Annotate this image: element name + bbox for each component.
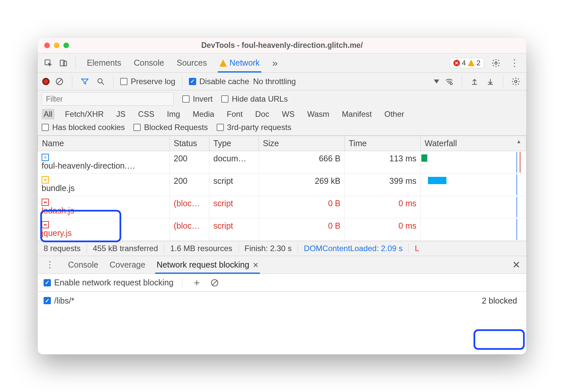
divider (503, 76, 503, 87)
throttling-value: No throttling (253, 77, 296, 86)
file-type-icon: ⇔ (42, 221, 49, 228)
blocked-requests-checkbox[interactable]: Blocked Requests (133, 123, 208, 132)
disable-cache-label: Disable cache (199, 77, 249, 86)
tab-console[interactable]: Console (134, 53, 164, 72)
request-size: 0 B (259, 196, 345, 218)
request-time: 0 ms (345, 196, 421, 218)
request-status: 200 (170, 151, 209, 174)
request-name[interactable]: ≡foul-heavenly-direction.… (38, 151, 170, 174)
svg-line-7 (102, 82, 104, 85)
clear-icon[interactable] (53, 76, 65, 87)
type-chip-ws[interactable]: WS (280, 109, 297, 119)
type-chip-fetch-xhr[interactable]: Fetch/XHR (63, 109, 106, 119)
has-blocked-cookies-checkbox[interactable]: Has blocked cookies (42, 123, 125, 132)
request-waterfall (421, 196, 526, 218)
filter-icon[interactable] (79, 76, 91, 87)
disable-cache-checkbox[interactable]: Disable cache (189, 77, 249, 86)
type-chip-font[interactable]: Font (225, 109, 245, 119)
type-chip-all[interactable]: All (42, 109, 54, 119)
drawer-close-icon[interactable]: ✕ (512, 259, 520, 271)
request-type: docum… (209, 151, 259, 174)
col-waterfall[interactable]: Waterfall (421, 136, 526, 151)
type-chip-doc[interactable]: Doc (253, 109, 271, 119)
svg-line-5 (57, 79, 62, 83)
network-conditions-icon[interactable] (443, 76, 455, 87)
titlebar: DevTools - foul-heavenly-direction.glitc… (38, 38, 526, 53)
remove-all-patterns-icon[interactable] (209, 277, 221, 289)
enable-blocking-checkbox[interactable]: Enable network request blocking (44, 278, 173, 287)
export-har-icon[interactable] (484, 76, 496, 87)
type-chip-js[interactable]: JS (114, 109, 127, 119)
type-chip-css[interactable]: CSS (136, 109, 156, 119)
tab-sources[interactable]: Sources (177, 53, 207, 72)
type-chip-manifest[interactable]: Manifest (340, 109, 374, 119)
col-size[interactable]: Size (259, 136, 345, 151)
request-type: script (209, 196, 259, 218)
summary-transferred: 455 kB transferred (87, 244, 164, 253)
close-tab-icon[interactable]: ✕ (253, 261, 259, 269)
add-pattern-icon[interactable]: ＋ (191, 277, 203, 289)
tab-elements[interactable]: Elements (87, 53, 121, 72)
blocking-toolbar: Enable network request blocking ＋ (38, 274, 526, 292)
divider (75, 57, 76, 69)
preserve-log-checkbox[interactable]: Preserve log (120, 77, 175, 86)
device-toolbar-icon[interactable] (57, 57, 69, 69)
third-party-checkbox[interactable]: 3rd-party requests (217, 123, 292, 132)
pattern-checkbox[interactable]: /libs/* (44, 296, 74, 306)
search-icon[interactable] (95, 76, 107, 87)
col-type[interactable]: Type (209, 136, 259, 151)
drawer-tab-blocking[interactable]: Network request blocking✕ (157, 256, 259, 274)
network-settings-icon[interactable] (510, 76, 522, 87)
warning-icon (468, 60, 475, 66)
summary-resources: 1.6 MB resources (164, 244, 239, 253)
request-waterfall (421, 218, 526, 241)
divider (182, 278, 182, 287)
menubar-right: ✕ 4 2 ⋮ (450, 57, 522, 69)
blocked-count: 2 blocked (482, 296, 517, 306)
invert-checkbox[interactable]: Invert (182, 94, 213, 104)
request-name[interactable]: ⇔jquery.js (38, 218, 170, 241)
col-name[interactable]: Name (38, 136, 170, 151)
request-size: 269 kB (259, 174, 345, 196)
type-filter-chips: AllFetch/XHRJSCSSImgMediaFontDocWSWasmMa… (42, 109, 522, 119)
inspect-element-icon[interactable] (42, 57, 54, 69)
drawer-tab-coverage[interactable]: Coverage (110, 256, 145, 274)
type-chip-wasm[interactable]: Wasm (305, 109, 331, 119)
summary-bar: 8 requests 455 kB transferred 1.6 MB res… (38, 241, 526, 256)
divider (113, 76, 114, 87)
type-chip-other[interactable]: Other (382, 109, 406, 119)
type-chip-img[interactable]: Img (165, 109, 182, 119)
type-chip-media[interactable]: Media (191, 109, 216, 119)
dropdown-caret-icon[interactable] (434, 80, 439, 83)
devtools-window: DevTools - foul-heavenly-direction.glitc… (38, 38, 526, 354)
request-time: 399 ms (345, 174, 421, 196)
throttling-select[interactable]: No throttling (253, 77, 296, 86)
file-type-icon: ⇔ (42, 199, 49, 206)
col-status[interactable]: Status (170, 136, 209, 151)
divider (182, 76, 182, 87)
request-size: 0 B (259, 218, 345, 241)
svg-point-6 (98, 79, 102, 83)
tab-network[interactable]: Network (220, 53, 260, 72)
blocking-pattern-row[interactable]: /libs/* 2 blocked (38, 292, 526, 310)
svg-line-11 (213, 280, 217, 285)
drawer-tab-console[interactable]: Console (68, 256, 98, 274)
drawer-menu-icon[interactable]: ⋮ (44, 260, 57, 270)
filter-input[interactable] (42, 92, 174, 106)
kebab-menu-icon[interactable]: ⋮ (508, 57, 522, 68)
record-button[interactable] (42, 78, 50, 85)
more-tabs-button[interactable]: » (272, 57, 278, 69)
preserve-log-label: Preserve log (131, 77, 175, 86)
issue-counts[interactable]: ✕ 4 2 (450, 58, 484, 68)
network-toolbar: Preserve log Disable cache No throttling (38, 73, 526, 90)
import-har-icon[interactable] (469, 76, 480, 87)
col-time[interactable]: Time (345, 136, 421, 151)
settings-icon[interactable] (490, 57, 502, 69)
request-name[interactable]: ⇔lodash.js (38, 196, 170, 218)
request-type: script (209, 174, 259, 196)
summary-finish: Finish: 2.30 s (239, 244, 298, 253)
request-status: (bloc… (170, 218, 209, 241)
request-name[interactable]: ⇔bundle.js (38, 174, 170, 196)
hide-data-urls-checkbox[interactable]: Hide data URLs (221, 94, 288, 104)
request-time: 113 ms (345, 151, 421, 174)
